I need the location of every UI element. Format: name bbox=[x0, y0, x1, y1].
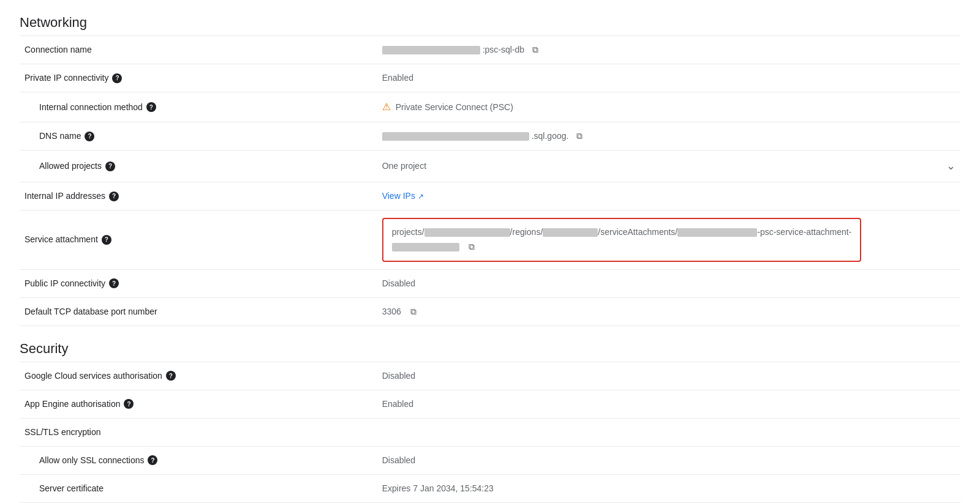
app-engine-auth-label: App Engine authorisation ? bbox=[20, 390, 377, 418]
networking-title: Networking bbox=[20, 15, 960, 31]
internal-ip-label: Internal IP addresses ? bbox=[20, 182, 377, 211]
server-cert-label: Server certificate bbox=[20, 474, 377, 502]
table-row: Internal IP addresses ? View IPs ↗ bbox=[20, 182, 960, 211]
public-ip-value: Disabled bbox=[377, 269, 960, 297]
sa-middle-2: /serviceAttachments/ bbox=[598, 227, 677, 237]
private-ip-help-icon[interactable]: ? bbox=[112, 73, 122, 83]
sa-redacted-4 bbox=[392, 243, 459, 252]
dns-name-copy-icon[interactable]: ⧉ bbox=[573, 130, 586, 143]
connection-name-value: :psc-sql-db ⧉ bbox=[377, 36, 960, 64]
allowed-projects-value: One project ⌄ bbox=[377, 151, 960, 182]
gcs-auth-help-icon[interactable]: ? bbox=[166, 371, 176, 381]
internal-connection-help-icon[interactable]: ? bbox=[146, 102, 156, 112]
app-engine-auth-value: Enabled bbox=[377, 390, 960, 418]
allow-ssl-help-icon[interactable]: ? bbox=[148, 455, 157, 465]
connection-name-suffix: :psc-sql-db bbox=[483, 43, 524, 56]
private-ip-label: Private IP connectivity ? bbox=[20, 64, 377, 92]
gcs-auth-label: Google Cloud services authorisation ? bbox=[20, 362, 377, 390]
table-row: Default TCP database port number 3306 ⧉ bbox=[20, 297, 960, 326]
internal-ip-value: View IPs ↗ bbox=[377, 182, 960, 211]
sa-suffix: -psc-service-attachment- bbox=[757, 227, 851, 237]
gcs-auth-value: Disabled bbox=[377, 362, 960, 390]
public-ip-help-icon[interactable]: ? bbox=[109, 278, 119, 288]
private-ip-value: Enabled bbox=[377, 64, 960, 92]
ssl-tls-label: SSL/TLS encryption bbox=[20, 418, 377, 446]
tcp-port-copy-icon[interactable]: ⧉ bbox=[407, 305, 420, 318]
allowed-projects-help-icon[interactable]: ? bbox=[105, 162, 115, 171]
server-cert-value: Expires 7 Jan 2034, 15:54:23 bbox=[377, 474, 960, 502]
view-ips-link[interactable]: View IPs ↗ bbox=[382, 190, 956, 203]
allow-ssl-value: Disabled bbox=[377, 446, 960, 474]
connection-name-copy-icon[interactable]: ⧉ bbox=[529, 44, 541, 56]
table-row: Server certificate Expires 7 Jan 2034, 1… bbox=[20, 474, 960, 502]
table-row: Service attachment ? projects//regions//… bbox=[20, 211, 960, 270]
table-row: Allowed projects ? One project ⌄ bbox=[20, 151, 960, 182]
service-attachment-box: projects//regions//serviceAttachments/-p… bbox=[382, 218, 862, 262]
connection-name-label: Connection name bbox=[20, 36, 377, 64]
sa-middle-1: /regions/ bbox=[510, 227, 543, 237]
table-row: SSL/TLS encryption bbox=[20, 418, 960, 446]
table-row: Public IP connectivity ? Disabled bbox=[20, 269, 960, 297]
internal-ip-help-icon[interactable]: ? bbox=[109, 192, 119, 201]
app-engine-auth-help-icon[interactable]: ? bbox=[124, 399, 134, 409]
external-link-icon: ↗ bbox=[418, 191, 424, 202]
tcp-port-value: 3306 ⧉ bbox=[377, 297, 960, 326]
table-row: Connection name :psc-sql-db ⧉ bbox=[20, 36, 960, 64]
public-ip-label: Public IP connectivity ? bbox=[20, 269, 377, 297]
table-row: Google Cloud services authorisation ? Di… bbox=[20, 362, 960, 390]
tcp-port-label: Default TCP database port number bbox=[20, 297, 377, 326]
sa-redacted-2 bbox=[543, 228, 598, 237]
networking-table: Connection name :psc-sql-db ⧉ Private IP… bbox=[20, 35, 960, 326]
sa-redacted-3 bbox=[677, 228, 757, 237]
internal-connection-method-value: ⚠ Private Service Connect (PSC) bbox=[377, 92, 960, 122]
security-table: Google Cloud services authorisation ? Di… bbox=[20, 362, 960, 503]
ssl-tls-value bbox=[377, 418, 960, 446]
dns-name-suffix: .sql.goog. bbox=[532, 130, 569, 143]
service-attachment-copy-icon[interactable]: ⧉ bbox=[466, 241, 478, 253]
table-row: Private IP connectivity ? Enabled bbox=[20, 64, 960, 92]
warning-icon: ⚠ bbox=[382, 100, 391, 114]
table-row: Internal connection method ? ⚠ Private S… bbox=[20, 92, 960, 122]
service-attachment-label: Service attachment ? bbox=[20, 211, 377, 270]
table-row: DNS name ? .sql.goog. ⧉ bbox=[20, 122, 960, 151]
internal-connection-method-label: Internal connection method ? bbox=[20, 92, 377, 122]
security-title: Security bbox=[20, 341, 960, 357]
service-attachment-help-icon[interactable]: ? bbox=[102, 235, 111, 245]
connection-name-redacted bbox=[382, 46, 480, 54]
service-attachment-value: projects//regions//serviceAttachments/-p… bbox=[377, 211, 960, 270]
sa-redacted-1 bbox=[424, 228, 510, 237]
table-row: App Engine authorisation ? Enabled bbox=[20, 390, 960, 418]
dns-name-value: .sql.goog. ⧉ bbox=[377, 122, 960, 151]
allowed-projects-chevron-icon[interactable]: ⌄ bbox=[946, 158, 956, 174]
sa-prefix: projects/ bbox=[392, 227, 424, 237]
table-row: Allow only SSL connections ? Disabled bbox=[20, 446, 960, 474]
dns-name-help-icon[interactable]: ? bbox=[85, 132, 94, 141]
allow-ssl-label: Allow only SSL connections ? bbox=[20, 446, 377, 474]
dns-name-label: DNS name ? bbox=[20, 122, 377, 151]
allowed-projects-label: Allowed projects ? bbox=[20, 151, 377, 182]
dns-name-redacted bbox=[382, 132, 529, 141]
